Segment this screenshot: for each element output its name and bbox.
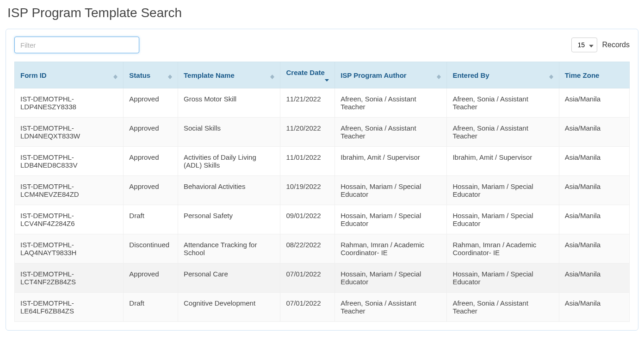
- cell-status: Approved: [124, 176, 178, 205]
- table-row[interactable]: IST-DEMOTPHL-LE64LF6ZB84ZSDraftCognitive…: [15, 293, 630, 322]
- cell-template-name: Personal Care: [178, 263, 280, 293]
- cell-isp-author: Rahman, Imran / Academic Coordinator- IE: [335, 234, 447, 263]
- col-header-entered-by[interactable]: Entered By: [447, 62, 559, 88]
- cell-create-date: 09/01/2022: [280, 205, 335, 234]
- toolbar: 15 Records: [14, 37, 630, 53]
- records-label: Records: [602, 41, 630, 49]
- cell-entered-by: Ibrahim, Amit / Supervisor: [447, 147, 559, 176]
- col-header-isp-author[interactable]: ISP Program Author: [335, 62, 447, 88]
- cell-form-id: IST-DEMOTPHL-LCT4NF2ZB84ZS: [15, 263, 124, 293]
- cell-time-zone: Asia/Manila: [559, 147, 629, 176]
- col-header-label: Time Zone: [565, 71, 600, 79]
- cell-entered-by: Hossain, Mariam / Special Educator: [447, 205, 559, 234]
- cell-form-id: IST-DEMOTPHL-LDB4NED8C833V: [15, 147, 124, 176]
- cell-create-date: 07/01/2022: [280, 293, 335, 322]
- cell-form-id: IST-DEMOTPHL-LE64LF6ZB84ZS: [15, 293, 124, 322]
- cell-form-id: IST-DEMOTPHL-LAQ4NAYT9833H: [15, 234, 124, 263]
- results-table: Form ID Status: [14, 62, 630, 322]
- table-row[interactable]: IST-DEMOTPHL-LDP4NESZY8338ApprovedGross …: [15, 88, 630, 118]
- cell-time-zone: Asia/Manila: [559, 205, 629, 234]
- cell-template-name: Activities of Daily Living (ADL) Skills: [178, 147, 280, 176]
- cell-template-name: Behavioral Activities: [178, 176, 280, 205]
- sort-icon: [549, 75, 553, 79]
- col-header-status[interactable]: Status: [124, 62, 178, 88]
- cell-create-date: 11/01/2022: [280, 147, 335, 176]
- search-panel: 15 Records Form ID: [6, 29, 638, 331]
- cell-status: Discontinued: [124, 234, 178, 263]
- col-header-template-name[interactable]: Template Name: [178, 62, 280, 88]
- cell-time-zone: Asia/Manila: [559, 263, 629, 293]
- cell-form-id: IST-DEMOTPHL-LCM4NEVZE84ZD: [15, 176, 124, 205]
- col-header-label: Status: [129, 71, 150, 79]
- cell-template-name: Gross Motor Skill: [178, 88, 280, 118]
- cell-isp-author: Afreen, Sonia / Assistant Teacher: [335, 293, 447, 322]
- cell-isp-author: Hossain, Mariam / Special Educator: [335, 205, 447, 234]
- col-header-label: Form ID: [20, 71, 47, 79]
- sort-icon: [437, 75, 441, 79]
- cell-status: Approved: [124, 147, 178, 176]
- cell-time-zone: Asia/Manila: [559, 293, 629, 322]
- cell-entered-by: Afreen, Sonia / Assistant Teacher: [447, 118, 559, 147]
- records-controls: 15 Records: [571, 38, 630, 52]
- cell-create-date: 10/19/2022: [280, 176, 335, 205]
- cell-create-date: 08/22/2022: [280, 234, 335, 263]
- col-header-form-id[interactable]: Form ID: [15, 62, 124, 88]
- cell-entered-by: Hossain, Mariam / Special Educator: [447, 263, 559, 293]
- col-header-label: Entered By: [452, 71, 489, 79]
- cell-status: Draft: [124, 205, 178, 234]
- cell-isp-author: Hossain, Mariam / Special Educator: [335, 176, 447, 205]
- cell-form-id: IST-DEMOTPHL-LCV4NF4Z284Z6: [15, 205, 124, 234]
- cell-create-date: 11/20/2022: [280, 118, 335, 147]
- cell-template-name: Personal Safety: [178, 205, 280, 234]
- cell-form-id: IST-DEMOTPHL-LDP4NESZY8338: [15, 88, 124, 118]
- col-header-label: ISP Program Author: [341, 71, 407, 79]
- cell-entered-by: Hossain, Mariam / Special Educator: [447, 176, 559, 205]
- sort-icon: [113, 75, 118, 79]
- col-header-label: Create Date: [286, 69, 329, 76]
- cell-template-name: Cognitive Development: [178, 293, 280, 322]
- table-row[interactable]: IST-DEMOTPHL-LDN4NEQXT833WApprovedSocial…: [15, 118, 630, 147]
- table-row[interactable]: IST-DEMOTPHL-LCM4NEVZE84ZDApprovedBehavi…: [15, 176, 630, 205]
- records-select[interactable]: 15: [571, 38, 597, 52]
- cell-time-zone: Asia/Manila: [559, 88, 629, 118]
- sort-desc-icon: [325, 79, 329, 81]
- col-header-label: Template Name: [184, 71, 235, 79]
- cell-status: Approved: [124, 88, 178, 118]
- sort-icon: [270, 75, 274, 79]
- cell-create-date: 11/21/2022: [280, 88, 335, 118]
- cell-isp-author: Afreen, Sonia / Assistant Teacher: [335, 118, 447, 147]
- col-header-time-zone[interactable]: Time Zone: [559, 62, 629, 88]
- cell-entered-by: Rahman, Imran / Academic Coordinator- IE: [447, 234, 559, 263]
- table-row[interactable]: IST-DEMOTPHL-LAQ4NAYT9833HDiscontinuedAt…: [15, 234, 630, 263]
- cell-isp-author: Hossain, Mariam / Special Educator: [335, 263, 447, 293]
- cell-status: Draft: [124, 293, 178, 322]
- cell-isp-author: Afreen, Sonia / Assistant Teacher: [335, 88, 447, 118]
- table-row[interactable]: IST-DEMOTPHL-LCT4NF2ZB84ZSApprovedPerson…: [15, 263, 630, 293]
- cell-entered-by: Afreen, Sonia / Assistant Teacher: [447, 293, 559, 322]
- cell-time-zone: Asia/Manila: [559, 176, 629, 205]
- cell-form-id: IST-DEMOTPHL-LDN4NEQXT833W: [15, 118, 124, 147]
- table-row[interactable]: IST-DEMOTPHL-LDB4NED8C833VApprovedActivi…: [15, 147, 630, 176]
- cell-create-date: 07/01/2022: [280, 263, 335, 293]
- cell-time-zone: Asia/Manila: [559, 118, 629, 147]
- col-header-create-date[interactable]: Create Date: [280, 62, 335, 88]
- cell-template-name: Social Skills: [178, 118, 280, 147]
- cell-isp-author: Ibrahim, Amit / Supervisor: [335, 147, 447, 176]
- cell-entered-by: Afreen, Sonia / Assistant Teacher: [447, 88, 559, 118]
- sort-icon: [168, 75, 172, 79]
- cell-status: Approved: [124, 118, 178, 147]
- cell-status: Approved: [124, 263, 178, 293]
- cell-time-zone: Asia/Manila: [559, 234, 629, 263]
- page-title: ISP Program Template Search: [7, 6, 638, 20]
- filter-input[interactable]: [14, 37, 139, 53]
- cell-template-name: Attendance Tracking for School: [178, 234, 280, 263]
- table-row[interactable]: IST-DEMOTPHL-LCV4NF4Z284Z6DraftPersonal …: [15, 205, 630, 234]
